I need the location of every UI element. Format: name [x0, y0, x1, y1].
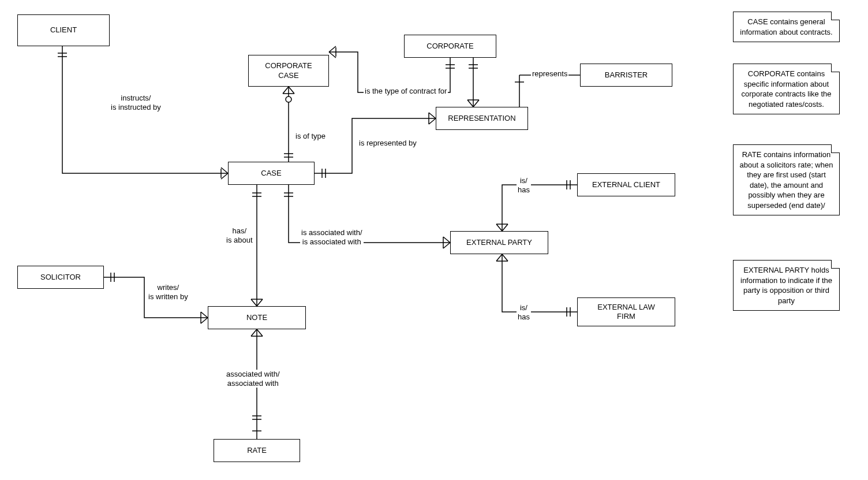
entity-label: BARRISTER	[605, 70, 648, 80]
rel-has-is-about: has/ is about	[225, 226, 254, 244]
svg-line-7	[283, 87, 289, 94]
note-text: RATE contains information about a solici…	[740, 150, 833, 210]
note-rate: RATE contains information about a solici…	[733, 144, 840, 215]
svg-line-45	[496, 224, 502, 231]
rel-is-associated-with: is associated with/ is associated with	[300, 228, 364, 246]
rel-represents: represents	[531, 69, 568, 79]
entity-label: EXTERNAL CLIENT	[592, 180, 660, 189]
entity-client: CLIENT	[17, 14, 110, 46]
note-text: EXTERNAL PARTY holds information to indi…	[740, 266, 832, 305]
rel-is-of-type: is of type	[294, 132, 327, 141]
note-corporate: CORPORATE contains specific information …	[733, 64, 840, 114]
er-diagram: CLIENT CORPORATE CASE CORPORATE BARRISTE…	[0, 0, 868, 480]
svg-point-9	[286, 96, 291, 102]
entity-external-party: EXTERNAL PARTY	[450, 231, 548, 254]
svg-line-57	[201, 312, 208, 318]
svg-line-14	[329, 52, 336, 58]
rel-is-has-elf: is/ has	[517, 303, 531, 321]
rel-is-has-ec: is/ has	[517, 176, 531, 194]
entity-label: CASE	[261, 169, 281, 178]
note-case: CASE contains general information about …	[733, 12, 840, 42]
svg-line-38	[257, 299, 263, 306]
svg-line-13	[329, 46, 336, 52]
svg-line-31	[429, 113, 436, 118]
svg-line-51	[502, 254, 508, 261]
svg-line-58	[201, 318, 208, 323]
entity-label: EXTERNAL PARTY	[466, 238, 532, 247]
entity-case: CASE	[228, 162, 315, 185]
svg-line-3	[221, 168, 228, 173]
entity-barrister: BARRISTER	[580, 64, 672, 87]
rel-writes: writes/ is written by	[147, 283, 189, 301]
note-text: CORPORATE contains specific information …	[741, 69, 831, 109]
entity-note: NOTE	[208, 306, 306, 329]
rel-instructs: instructs/ is instructed by	[110, 94, 162, 111]
svg-line-37	[251, 299, 257, 306]
entity-corporate-case: CORPORATE CASE	[248, 55, 329, 87]
svg-line-21	[473, 100, 479, 107]
rel-is-type-of-contract: is the type of contract for	[364, 87, 448, 96]
svg-line-43	[443, 243, 450, 248]
svg-line-32	[429, 118, 436, 124]
svg-line-42	[443, 237, 450, 243]
svg-line-46	[502, 224, 508, 231]
entity-representation: REPRESENTATION	[436, 107, 528, 130]
entity-external-law-firm: EXTERNAL LAW FIRM	[577, 297, 675, 326]
svg-line-50	[496, 254, 502, 261]
entity-label: NOTE	[246, 313, 267, 322]
entity-label: REPRESENTATION	[448, 114, 515, 123]
svg-line-61	[251, 329, 257, 336]
note-external-party: EXTERNAL PARTY holds information to indi…	[733, 260, 840, 311]
entity-label: CORPORATE CASE	[265, 61, 312, 80]
entity-label: CORPORATE	[426, 42, 473, 51]
svg-line-8	[289, 87, 294, 94]
entity-label: EXTERNAL LAW FIRM	[597, 303, 654, 322]
rel-associated-with: associated with/ associated with	[225, 370, 281, 388]
note-text: CASE contains general information about …	[740, 17, 832, 36]
entity-rate: RATE	[214, 439, 300, 462]
svg-line-62	[257, 329, 263, 336]
entity-solicitor: SOLICITOR	[17, 266, 104, 289]
entity-corporate: CORPORATE	[404, 35, 496, 58]
svg-line-20	[467, 100, 473, 107]
entity-external-client: EXTERNAL CLIENT	[577, 173, 675, 196]
svg-line-4	[221, 173, 228, 179]
entity-label: CLIENT	[50, 25, 77, 35]
rel-is-represented-by: is represented by	[358, 139, 418, 148]
entity-label: SOLICITOR	[40, 273, 81, 282]
entity-label: RATE	[247, 446, 267, 455]
